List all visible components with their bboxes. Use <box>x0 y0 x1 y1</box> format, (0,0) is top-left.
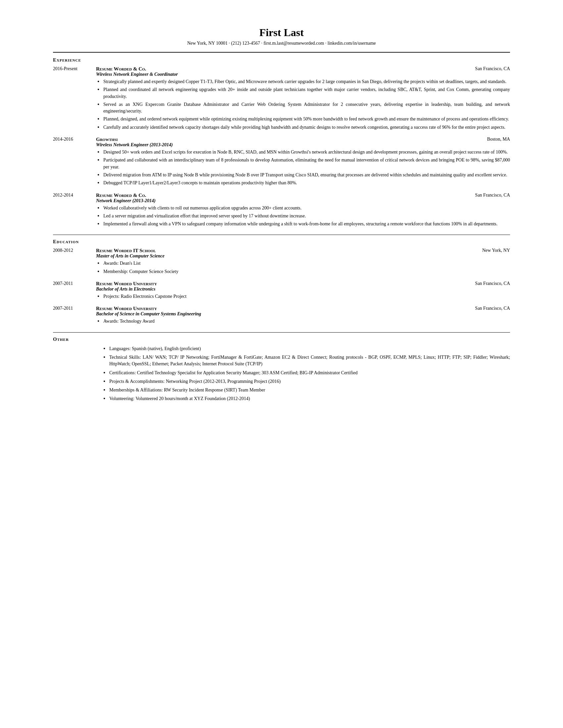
bullet-2-3: Delivered migration from ATM to IP using… <box>96 172 510 178</box>
bullets-2: Designed 50+ work orders and Excel scrip… <box>96 149 510 186</box>
experience-years-3: 2012-2014 <box>53 193 96 229</box>
other-bullet-5: Memberships & Affiliations: RW Security … <box>103 387 510 393</box>
edu-years-2: 2007-2011 <box>53 281 96 301</box>
edu-bullets-2: Projects: Radio Electronics Capstone Pro… <box>96 293 510 300</box>
experience-header-2: Growthsi Boston, MA <box>96 137 510 142</box>
exp-edu-divider <box>53 235 510 235</box>
bullet-1-5: Carefully and accurately identified netw… <box>96 124 510 131</box>
education-entry-2: 2007-2011 Resume Worded University San F… <box>53 281 510 301</box>
bullet-2-1: Designed 50+ work orders and Excel scrip… <box>96 149 510 156</box>
experience-details-1: Resume Worded & Co. San Francisco, CA Wi… <box>96 66 510 132</box>
experience-details-3: Resume Worded & Co. San Francisco, CA Ne… <box>96 193 510 229</box>
company-name-3: Resume Worded & Co. <box>96 193 146 198</box>
bullet-2-4: Debugged TCP/IP Layer1/Layer2/Layer3 con… <box>96 180 510 186</box>
edu-bullets-3: Awards: Technology Award <box>96 318 510 325</box>
experience-entry-1: 2016-Present Resume Worded & Co. San Fra… <box>53 66 510 132</box>
bullet-2-2: Participated and collaborated with an in… <box>96 157 510 170</box>
other-bullet-4: Projects & Accomplishments: Networking P… <box>103 378 510 385</box>
education-entry-3: 2007-2011 Resume Worded University San F… <box>53 306 510 326</box>
other-bullet-2: Technical Skills: LAN/ WAN; TCP/ IP Netw… <box>103 354 510 368</box>
edu-header-1: Resume Worded IT School New York, NY <box>96 248 510 253</box>
other-bullets-list: Languages: Spanish (native), English (pr… <box>96 345 510 402</box>
experience-entry-2: 2014-2016 Growthsi Boston, MA Wireless N… <box>53 137 510 188</box>
bullets-1: Strategically planned and expertly desig… <box>96 78 510 131</box>
bullet-1-4: Planned, designed, and ordered network e… <box>96 116 510 122</box>
degree-1: Master of Arts in Computer Science <box>96 253 510 259</box>
other-content: Languages: Spanish (native), English (pr… <box>53 345 510 404</box>
contact-info: New York, NY 10001 · (212) 123-4567 · fi… <box>53 41 510 46</box>
school-name-1: Resume Worded IT School <box>96 248 156 253</box>
company-name-1: Resume Worded & Co. <box>96 66 146 72</box>
other-bullet-3: Certifications: Certified Technology Spe… <box>103 370 510 376</box>
resume-header: First Last New York, NY 10001 · (212) 12… <box>53 26 510 46</box>
edu-bullet-1-2: Membership: Computer Science Society <box>96 268 510 275</box>
edu-bullet-3-1: Awards: Technology Award <box>96 318 510 325</box>
company-name-2: Growthsi <box>96 137 117 142</box>
edu-location-3: San Francisco, CA <box>475 306 510 311</box>
edu-details-1: Resume Worded IT School New York, NY Mas… <box>96 248 510 276</box>
other-section-title: Other <box>53 337 510 342</box>
degree-2: Bachelor of Arts in Electronics <box>96 287 510 292</box>
other-bullets-container: Languages: Spanish (native), English (pr… <box>96 345 510 404</box>
other-section: Other Languages: Spanish (native), Engli… <box>53 337 510 404</box>
bullet-3-1: Worked collaboratively with clients to r… <box>96 205 510 211</box>
bullet-3-2: Led a server migration and virtualizatio… <box>96 213 510 219</box>
other-bullet-6: Volunteering: Volunteered 20 hours/month… <box>103 395 510 402</box>
school-name-3: Resume Worded University <box>96 306 157 311</box>
edu-details-3: Resume Worded University San Francisco, … <box>96 306 510 326</box>
location-1: San Francisco, CA <box>475 66 510 71</box>
edu-header-2: Resume Worded University San Francisco, … <box>96 281 510 287</box>
experience-entry-3: 2012-2014 Resume Worded & Co. San Franci… <box>53 193 510 229</box>
header-divider <box>53 52 510 53</box>
location-3: San Francisco, CA <box>475 193 510 198</box>
edu-years-3: 2007-2011 <box>53 306 96 326</box>
candidate-name: First Last <box>53 26 510 39</box>
experience-section: Experience 2016-Present Resume Worded & … <box>53 57 510 229</box>
experience-years-1: 2016-Present <box>53 66 96 132</box>
other-spacer <box>53 345 96 404</box>
degree-3: Bachelor of Science in Computer Systems … <box>96 311 510 317</box>
edu-bullets-1: Awards: Dean's List Membership: Computer… <box>96 260 510 275</box>
edu-location-1: New York, NY <box>482 248 510 253</box>
bullet-1-3: Served as an XNG Expercom Granite Databa… <box>96 101 510 115</box>
edu-bullet-1-1: Awards: Dean's List <box>96 260 510 267</box>
education-section: Education 2008-2012 Resume Worded IT Sch… <box>53 239 510 326</box>
edu-other-divider <box>53 332 510 333</box>
education-section-title: Education <box>53 239 510 245</box>
experience-details-2: Growthsi Boston, MA Wireless Network Eng… <box>96 137 510 188</box>
experience-header-1: Resume Worded & Co. San Francisco, CA <box>96 66 510 72</box>
job-title-2: Wireless Network Engineer (2013-2014) <box>96 142 510 148</box>
edu-details-2: Resume Worded University San Francisco, … <box>96 281 510 301</box>
education-entry-1: 2008-2012 Resume Worded IT School New Yo… <box>53 248 510 276</box>
job-title-3: Network Engineer (2013-2014) <box>96 198 510 204</box>
location-2: Boston, MA <box>487 137 510 142</box>
bullet-1-1: Strategically planned and expertly desig… <box>96 78 510 85</box>
bullet-3-3: Implemented a firewall along with a VPN … <box>96 221 510 227</box>
experience-years-2: 2014-2016 <box>53 137 96 188</box>
school-name-2: Resume Worded University <box>96 281 157 287</box>
experience-header-3: Resume Worded & Co. San Francisco, CA <box>96 193 510 198</box>
bullet-1-2: Planned and coordinated all network engi… <box>96 86 510 100</box>
experience-section-title: Experience <box>53 57 510 63</box>
other-bullet-1: Languages: Spanish (native), English (pr… <box>103 345 510 352</box>
bullets-3: Worked collaboratively with clients to r… <box>96 205 510 228</box>
edu-years-1: 2008-2012 <box>53 248 96 276</box>
edu-bullet-2-1: Projects: Radio Electronics Capstone Pro… <box>96 293 510 300</box>
edu-location-2: San Francisco, CA <box>475 281 510 286</box>
job-title-1: Wireless Network Engineer & Coordinator <box>96 72 510 77</box>
edu-header-3: Resume Worded University San Francisco, … <box>96 306 510 311</box>
